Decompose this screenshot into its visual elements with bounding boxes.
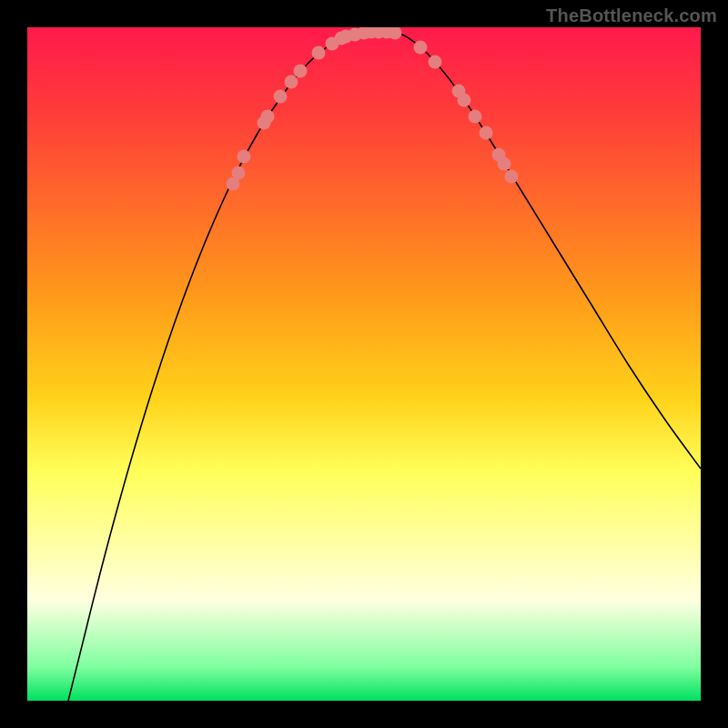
marker-group: [227, 27, 519, 191]
watermark-text: TheBottleneck.com: [546, 5, 717, 26]
chart-overlay: [27, 27, 701, 701]
data-marker: [469, 110, 482, 124]
data-marker: [238, 150, 251, 164]
data-marker: [414, 41, 428, 55]
data-marker: [505, 170, 519, 184]
data-marker: [498, 157, 511, 171]
data-marker: [312, 46, 326, 60]
data-marker: [274, 90, 288, 104]
chart-frame: TheBottleneck.com: [0, 0, 728, 728]
data-marker: [261, 110, 275, 124]
data-marker: [294, 65, 308, 78]
data-marker: [458, 94, 471, 107]
bottleneck-curve: [68, 32, 701, 701]
data-marker: [480, 126, 493, 140]
plot-area: [27, 27, 701, 701]
data-marker: [232, 167, 246, 180]
data-marker: [285, 76, 298, 89]
data-marker: [429, 56, 442, 69]
